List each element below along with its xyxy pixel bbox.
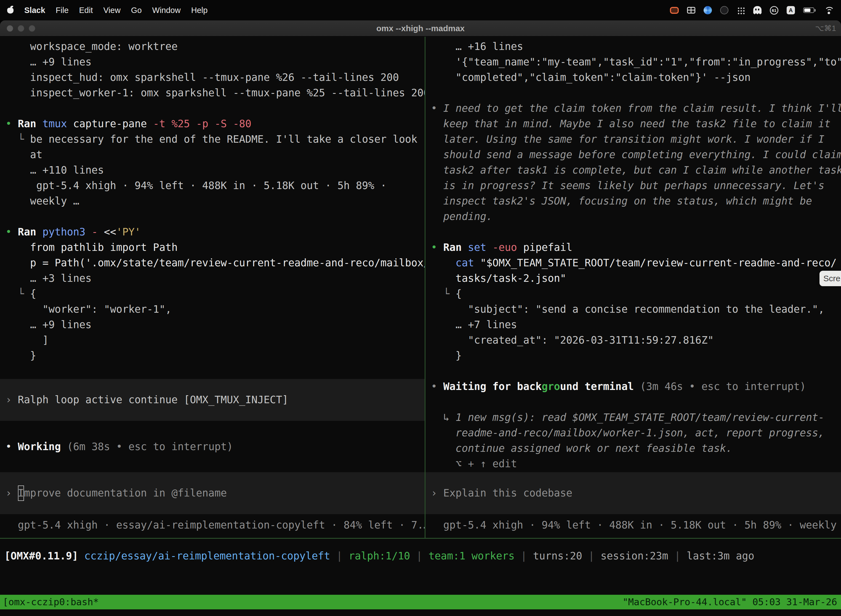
- terminal-line: workspace_mode: worktree: [6, 39, 425, 54]
- menu-edit[interactable]: Edit: [79, 6, 93, 15]
- terminal-line: └ be necessary for the end of the README…: [6, 132, 425, 147]
- titlebar-shortcut: ⌥⌘1: [815, 21, 836, 37]
- terminal-content: workspace_mode: worktree … +9 lines insp…: [0, 37, 841, 616]
- terminal-line: [6, 101, 425, 116]
- battery-icon[interactable]: [803, 7, 814, 13]
- menu-slack[interactable]: Slack: [24, 6, 45, 15]
- omx-status-line: [OMX#0.11.9] cczip/essay/ai-reimplementa…: [0, 549, 841, 564]
- terminal-line: gpt-5.4 xhigh · 94% left · 488K in · 5.1…: [6, 178, 425, 194]
- terminal-line: is in progress? It seems likely but perh…: [431, 178, 841, 194]
- terminal-line: • Ran set -euo pipefail: [431, 240, 841, 255]
- apple-logo-icon: [7, 6, 14, 13]
- spacer: [431, 514, 841, 518]
- terminal-line: "worker": "worker-1",: [6, 302, 425, 317]
- dark-app-icon[interactable]: [720, 6, 728, 14]
- terminal-line: weekly …: [6, 194, 425, 209]
- spacer: [6, 455, 425, 472]
- terminal-line: readme-and-reco/mailbox/worker-1.json, a…: [431, 425, 841, 441]
- spacer: [6, 514, 425, 518]
- menu-bar-status-icons: 61A: [670, 6, 834, 15]
- menu-bar: SlackFileEditViewGoWindowHelp 61A: [0, 0, 841, 21]
- menu-file[interactable]: File: [56, 6, 69, 15]
- terminal-line: ↳ 1 new msg(s): read $OMX_TEAM_STATE_ROO…: [431, 410, 841, 425]
- terminal-line: "subject": "send a concise recommendatio…: [431, 302, 841, 317]
- terminal-line: at: [6, 147, 425, 163]
- browser-icon[interactable]: [703, 6, 712, 14]
- terminal-line: later. Using the same for transition mig…: [431, 132, 841, 147]
- terminal-line: cat "$OMX_TEAM_STATE_ROOT/team/review-cu…: [431, 255, 841, 271]
- desktop: SlackFileEditViewGoWindowHelp 61A omx --…: [0, 0, 841, 616]
- terminal-line: ⌥ + ↑ edit: [431, 456, 841, 472]
- terminal-line: from pathlib import Path: [6, 240, 425, 255]
- terminal-line: inspect_worker-1: omx sparkshell --tmux-…: [6, 85, 425, 101]
- prompt-input-band[interactable]: › Improve documentation in @filename: [0, 472, 425, 514]
- terminal-line: • I need to get the claim token from the…: [431, 101, 841, 116]
- menu-go[interactable]: Go: [131, 6, 142, 15]
- terminal-line: … +3 lines: [6, 271, 425, 286]
- terminal-line: '{"team_name":"my-team","task_id":"1","f…: [431, 54, 841, 70]
- prompt-input-band[interactable]: › Ralph loop active continue [OMX_TMUX_I…: [0, 379, 425, 421]
- terminal-line: p = Path('.omx/state/team/review-current…: [6, 255, 425, 271]
- terminal-line: … +16 lines: [431, 39, 841, 54]
- terminal-line: gpt-5.4 xhigh · essay/ai-reimplementatio…: [6, 518, 425, 533]
- tmux-status-bar: [omx-cczip0:bash* "MacBook-Pro-44.local"…: [0, 595, 841, 609]
- terminal-line: • Ran python3 - <<'PY': [6, 224, 425, 240]
- tmux-pane-right[interactable]: … +16 lines '{"team_name":"my-team","tas…: [425, 37, 841, 538]
- spacer: [6, 421, 425, 439]
- terminal-line: [431, 395, 841, 410]
- terminal-line: • Waiting for background terminal (3m 46…: [431, 379, 841, 395]
- terminal-line: should send a message before completing …: [431, 147, 841, 163]
- terminal-line: • Ran tmux capture-pane -t %25 -p -S -80: [6, 116, 425, 132]
- terminal-line: … +9 lines: [6, 54, 425, 70]
- terminal-line: "created_at": "2026-03-31T11:59:27.816Z": [431, 333, 841, 348]
- terminal-line: … +7 lines: [431, 317, 841, 333]
- tmux-pane-horizontal-divider: [0, 538, 841, 539]
- terminal-line: continue assigned work or next feasible …: [431, 441, 841, 456]
- terminal-line: [6, 364, 425, 379]
- menu-help[interactable]: Help: [191, 6, 208, 15]
- prompt-input-band[interactable]: › Explain this codebase: [425, 472, 841, 514]
- terminal-line: ]: [6, 333, 425, 348]
- terminal-window: omx --xhigh --madmax ⌥⌘1 workspace_mode:…: [0, 21, 841, 616]
- tmux-pane-left[interactable]: workspace_mode: worktree … +9 lines insp…: [0, 37, 425, 538]
- wifi-icon[interactable]: [824, 6, 834, 14]
- terminal-line: tasks/task-2.json": [431, 271, 841, 286]
- terminal-line: [6, 209, 425, 224]
- terminal-line: [431, 364, 841, 379]
- terminal-line: └ {: [6, 286, 425, 302]
- terminal-line: "completed","claim_token":"claim-token"}…: [431, 70, 841, 85]
- terminal-line: inspect_hud: omx sparkshell --tmux-pane …: [6, 70, 425, 85]
- input-source-icon[interactable]: A: [787, 6, 795, 14]
- tmux-host-clock: "MacBook-Pro-44.local" 05:03 31-Mar-26: [623, 595, 837, 609]
- terminal-line: [431, 85, 841, 101]
- window-titlebar: omx --xhigh --madmax ⌥⌘1: [0, 21, 841, 37]
- apple-menu[interactable]: [7, 6, 14, 15]
- terminal-line: }: [6, 348, 425, 364]
- terminal-line: task2 after task1 is complete, but can I…: [431, 163, 841, 178]
- menu-view[interactable]: View: [104, 6, 120, 15]
- terminal-line: • Working (6m 38s • esc to interrupt): [6, 439, 425, 455]
- terminal-line: … +110 lines: [6, 163, 425, 178]
- terminal-line: └ {: [431, 286, 841, 302]
- window-title: omx --xhigh --madmax: [0, 21, 841, 37]
- menu-items: SlackFileEditViewGoWindowHelp: [24, 6, 208, 15]
- screen-recording-icon[interactable]: [670, 7, 679, 14]
- terminal-line: [431, 224, 841, 240]
- menu-bar-left: SlackFileEditViewGoWindowHelp: [7, 6, 208, 15]
- terminal-line: inspect task2's JSON, focusing on the st…: [431, 194, 841, 209]
- dots-grid-icon[interactable]: [737, 6, 745, 14]
- terminal-line: keep that in mind. Maybe I also need the…: [431, 116, 841, 132]
- terminal-line: gpt-5.4 xhigh · 94% left · 488K in · 5.1…: [431, 518, 841, 533]
- terminal-line: pending.: [431, 209, 841, 224]
- menu-window[interactable]: Window: [152, 6, 181, 15]
- screenshot-notification[interactable]: Scre: [819, 271, 841, 286]
- ghostty-icon[interactable]: [753, 6, 762, 14]
- grid-icon[interactable]: [687, 7, 695, 13]
- stats-icon[interactable]: 61: [770, 6, 778, 15]
- terminal-line: }: [431, 348, 841, 364]
- terminal-line: … +9 lines: [6, 317, 425, 333]
- tmux-session-info: [omx-cczip0:bash*: [3, 595, 99, 609]
